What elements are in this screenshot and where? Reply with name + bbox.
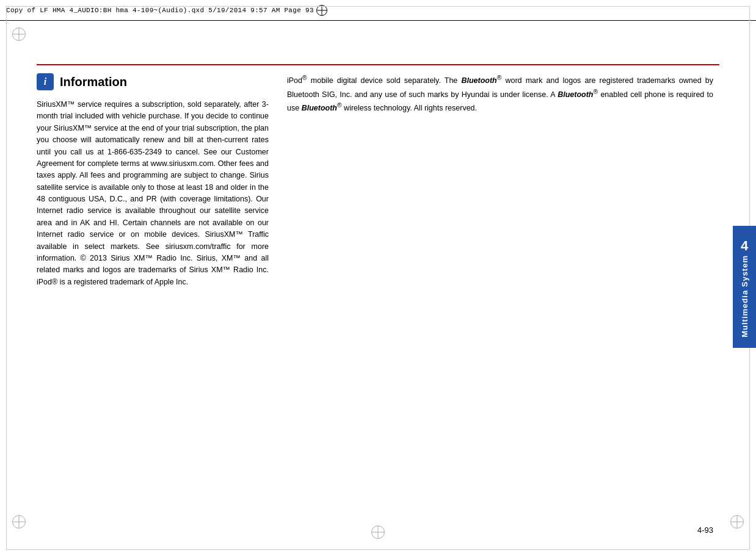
side-tab: 4 Multimedia System (733, 226, 756, 348)
reg-mark-bottom-center (371, 525, 385, 539)
left-column: i Information SiriusXM™ service requires… (37, 73, 269, 507)
right-body-text: iPod® mobile digital device sold separat… (287, 73, 713, 115)
left-body-text: SiriusXM™ service requires a subscriptio… (37, 99, 269, 288)
info-title: Information (60, 75, 127, 89)
content-area: i Information SiriusXM™ service requires… (37, 73, 713, 507)
side-tab-number: 4 (733, 238, 756, 254)
info-header: i Information (37, 73, 269, 90)
right-paragraph: iPod® mobile digital device sold separat… (287, 73, 713, 115)
info-icon: i (37, 73, 54, 90)
left-paragraph: SiriusXM™ service requires a subscriptio… (37, 99, 269, 288)
right-column: iPod® mobile digital device sold separat… (287, 73, 713, 507)
side-tab-label: Multimedia System (740, 255, 749, 338)
reg-mark-bottom-left (12, 515, 26, 529)
reg-mark-top-left (12, 27, 26, 41)
page-number: 4-93 (697, 525, 713, 535)
reg-mark-bottom-right (730, 515, 744, 529)
red-separator-line (37, 64, 719, 65)
